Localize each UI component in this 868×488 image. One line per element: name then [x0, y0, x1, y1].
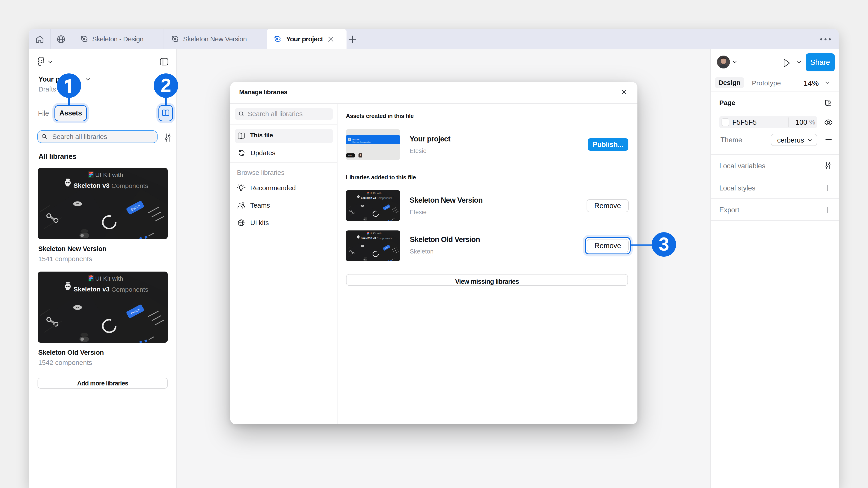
svg-text:UI Kit with: UI Kit with	[95, 171, 123, 178]
svg-text:Alert title: Alert title	[352, 138, 360, 140]
svg-text:Skeleton v3: Skeleton v3	[73, 286, 110, 293]
svg-text:UI Kit with: UI Kit with	[370, 192, 381, 195]
svg-text:Components: Components	[377, 237, 392, 240]
svg-text:Components: Components	[377, 197, 392, 200]
svg-text:Components: Components	[112, 286, 148, 293]
svg-text:Skeleton v3: Skeleton v3	[73, 182, 110, 189]
svg-text:UI Kit with: UI Kit with	[95, 275, 123, 282]
svg-text:Short and clear description: Short and clear description	[352, 141, 371, 143]
svg-text:UI Kit with: UI Kit with	[370, 232, 381, 235]
svg-text:Skeleton v3: Skeleton v3	[361, 196, 376, 199]
svg-text:Button: Button	[348, 155, 352, 157]
svg-text:Components: Components	[112, 182, 148, 189]
svg-text:Skeleton v3: Skeleton v3	[361, 236, 376, 240]
